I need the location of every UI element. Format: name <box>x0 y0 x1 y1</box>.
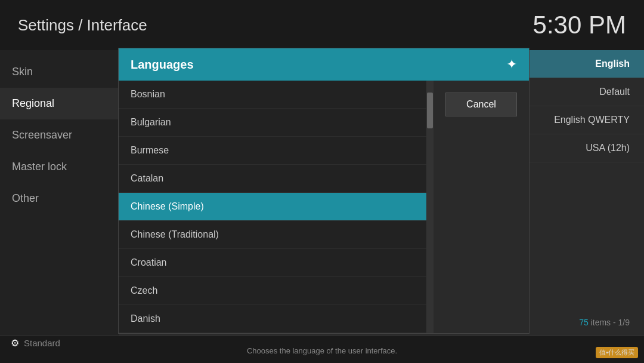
language-item-danish[interactable]: Danish <box>119 305 426 333</box>
language-list: Bosnian Bulgarian Burmese Catalan Chines… <box>119 81 426 333</box>
language-item-chinese-traditional[interactable]: Chinese (Traditional) <box>119 221 426 249</box>
language-item-bulgarian[interactable]: Bulgarian <box>119 109 426 137</box>
cancel-button[interactable]: Cancel <box>445 93 517 116</box>
language-item-croatian[interactable]: Croatian <box>119 249 426 277</box>
language-modal: Languages ✦ Bosnian Bulgarian Burmese Ca… <box>118 48 530 334</box>
sidebar-item-regional[interactable]: Regional <box>0 88 119 119</box>
page-indicator: 1/9 <box>618 318 630 327</box>
kodi-icon: ✦ <box>506 57 517 72</box>
modal-body: Bosnian Bulgarian Burmese Catalan Chines… <box>119 81 529 333</box>
item-count-highlight: 75 <box>579 318 589 327</box>
language-item-bosnian[interactable]: Bosnian <box>119 81 426 109</box>
sidebar-item-skin[interactable]: Skin <box>0 56 119 88</box>
sidebar-item-other[interactable]: Other <box>0 183 119 214</box>
modal-title: Languages <box>131 58 194 72</box>
sidebar-footer: ⚙ Standard <box>0 329 119 357</box>
language-item-burmese[interactable]: Burmese <box>119 137 426 165</box>
modal-header: Languages ✦ <box>119 48 529 81</box>
sidebar-standard-label: Standard <box>24 338 60 348</box>
gear-icon: ⚙ <box>11 337 19 349</box>
language-item-czech[interactable]: Czech <box>119 277 426 305</box>
bottom-hint: Chooses the language of the user interfa… <box>137 346 507 355</box>
sidebar-item-screensaver[interactable]: Screensaver <box>0 119 119 151</box>
language-item-catalan[interactable]: Catalan <box>119 165 426 193</box>
item-count-text: items - <box>589 318 618 327</box>
language-item-chinese-simple[interactable]: Chinese (Simple) <box>119 193 426 221</box>
sidebar: Skin Regional Screensaver Master lock Ot… <box>0 50 119 336</box>
watermark: 值•什么得买 <box>596 347 638 358</box>
cancel-area: Cancel <box>434 81 529 333</box>
clock: 5:30 PM <box>533 11 626 39</box>
top-bar: Settings / Interface 5:30 PM <box>0 0 644 50</box>
sidebar-item-master-lock[interactable]: Master lock <box>0 151 119 183</box>
scrollbar-track[interactable] <box>426 81 434 333</box>
scrollbar-thumb[interactable] <box>427 93 433 128</box>
page-title: Settings / Interface <box>18 16 147 35</box>
